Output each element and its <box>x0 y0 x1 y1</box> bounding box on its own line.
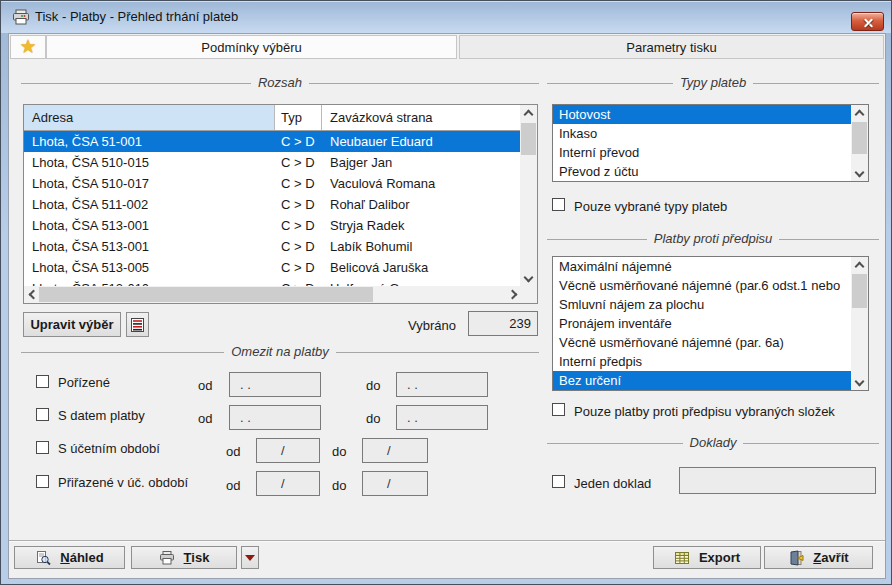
scroll-up-icon[interactable] <box>855 262 865 272</box>
scrollbar-thumb[interactable] <box>852 122 867 154</box>
list-item[interactable]: Smluvní nájem za plochu <box>553 295 851 314</box>
document-number-input[interactable] <box>679 467 876 494</box>
cell-adresa: Lhota, ČSA 511-002 <box>24 194 275 215</box>
period-to-input[interactable]: / <box>362 438 428 463</box>
checkbox-s-datem-platby[interactable] <box>36 408 49 421</box>
checkbox-label: Pouze platby proti předpisu vybraných sl… <box>574 404 835 419</box>
list-item[interactable]: Věcně usměrňované nájemné (par. 6a) <box>553 333 851 352</box>
horizontal-scrollbar[interactable] <box>24 286 522 303</box>
column-header-strana[interactable]: Zavázková strana <box>322 105 522 130</box>
checkbox-s-ucetnim-obdobi[interactable] <box>36 441 49 454</box>
tab-podminky-vyberu[interactable]: Podmínky výběru <box>46 35 457 59</box>
checkbox-label: Pouze vybrané typy plateb <box>574 199 727 214</box>
table-body: Lhota, ČSA 51-001 C > D Neubauer Eduard … <box>24 131 522 288</box>
table-row[interactable]: Lhota, ČSA 51-001 C > D Neubauer Eduard <box>24 131 522 152</box>
group-caption-doklady: Doklady <box>547 435 879 451</box>
do-label: do <box>332 478 346 493</box>
close-button[interactable] <box>851 12 884 31</box>
checkbox-porizene[interactable] <box>36 375 49 388</box>
scrollbar-thumb[interactable] <box>521 123 536 155</box>
cell-strana: Rohaľ Dalibor <box>322 194 522 215</box>
scroll-up-icon[interactable] <box>524 110 534 120</box>
print-button[interactable]: Tisk <box>131 546 237 569</box>
table-row[interactable]: Lhota, ČSA 513-001 C > D Labík Bohumil <box>24 236 522 257</box>
cell-strana: Bajger Jan <box>322 152 522 173</box>
date-from-input[interactable]: . . <box>229 405 321 430</box>
cell-typ: C > D <box>275 194 322 215</box>
scrollbar-thumb[interactable] <box>852 274 867 308</box>
vertical-scrollbar[interactable] <box>851 257 868 390</box>
table-row[interactable]: Lhota, ČSA 511-002 C > D Rohaľ Dalibor <box>24 194 522 215</box>
checkbox-only-selected-types[interactable] <box>552 198 565 211</box>
table-row[interactable]: Lhota, ČSA 510-017 C > D Vaculová Romana <box>24 173 522 194</box>
scroll-right-icon[interactable] <box>508 290 518 300</box>
cell-typ: C > D <box>275 257 322 278</box>
list-item[interactable]: Bez určení <box>553 371 851 390</box>
list-item[interactable]: Interní převod <box>553 143 851 162</box>
group-caption-omezit: Omezit na platby <box>21 344 539 360</box>
period-from-input[interactable]: / <box>256 438 320 463</box>
scrollbar-corner <box>520 286 537 303</box>
title-bar[interactable]: Tisk - Platby - Přehled trhání plateb <box>1 1 891 33</box>
od-label: od <box>226 444 240 459</box>
list-item[interactable]: Interní předpis <box>553 352 851 371</box>
period-from-input[interactable]: / <box>256 471 320 496</box>
cell-typ: C > D <box>275 152 322 173</box>
column-header-adresa[interactable]: Adresa <box>24 105 275 130</box>
door-exit-icon <box>788 550 804 566</box>
scrollbar-thumb[interactable] <box>39 287 373 302</box>
group-caption-rozsah: Rozsah <box>21 75 539 91</box>
payment-types-listbox: Hotovost Inkaso Interní převod Převod z … <box>552 104 869 182</box>
list-item[interactable]: Pronájem inventáře <box>553 314 851 333</box>
column-header-typ[interactable]: Typ <box>275 105 322 130</box>
checkbox-prirazene-v-obdobi[interactable] <box>36 475 49 488</box>
vertical-scrollbar[interactable] <box>520 105 537 288</box>
list-item[interactable]: Převod z účtu <box>553 162 851 181</box>
star-icon: ★ <box>19 37 36 57</box>
do-label: do <box>366 411 380 426</box>
tab-label: Podmínky výběru <box>201 40 301 55</box>
cell-strana: Neubauer Eduard <box>322 131 522 152</box>
table-row[interactable]: Lhota, ČSA 513-005 C > D Belicová Jarušk… <box>24 257 522 278</box>
printer-icon <box>11 9 31 25</box>
scroll-down-icon[interactable] <box>524 273 534 283</box>
close-dialog-button[interactable]: Zavřít <box>764 546 873 569</box>
scroll-down-icon[interactable] <box>855 377 865 387</box>
date-to-input[interactable]: . . <box>396 372 488 397</box>
cell-adresa: Lhota, ČSA 513-001 <box>24 215 275 236</box>
list-item[interactable]: Maximální nájemné <box>553 257 851 276</box>
list-detail-button[interactable] <box>126 312 149 337</box>
date-from-input[interactable]: . . <box>229 372 321 397</box>
favorite-star-cell[interactable]: ★ <box>10 35 46 59</box>
checkbox-jeden-doklad[interactable] <box>552 475 565 488</box>
date-to-input[interactable]: . . <box>396 405 488 430</box>
preview-button[interactable]: Náhled <box>14 546 125 569</box>
cell-typ: C > D <box>275 215 322 236</box>
cell-strana: Stryja Radek <box>322 215 522 236</box>
export-button[interactable]: Export <box>653 546 761 569</box>
export-label: Export <box>699 550 740 565</box>
cell-strana: Vaculová Romana <box>322 173 522 194</box>
print-options-dropdown-button[interactable] <box>241 546 259 569</box>
cell-typ: C > D <box>275 236 322 257</box>
group-caption-typy-plateb: Typy plateb <box>547 75 879 91</box>
scroll-left-icon[interactable] <box>29 290 39 300</box>
list-item[interactable]: Inkaso <box>553 124 851 143</box>
vertical-scrollbar[interactable] <box>851 105 868 181</box>
checkbox-label: S datem platby <box>58 408 145 423</box>
scroll-down-icon[interactable] <box>855 168 865 178</box>
edit-selection-button[interactable]: Upravit výběr <box>23 312 121 337</box>
cell-adresa: Lhota, ČSA 510-017 <box>24 173 275 194</box>
dialog-window: Tisk - Platby - Přehled trhání plateb ★ … <box>0 0 892 585</box>
table-row[interactable]: Lhota, ČSA 510-015 C > D Bajger Jan <box>24 152 522 173</box>
period-to-input[interactable]: / <box>362 471 428 496</box>
list-item[interactable]: Hotovost <box>553 105 851 124</box>
tab-parametry-tisku[interactable]: Parametry tisku <box>459 35 884 59</box>
scroll-up-icon[interactable] <box>855 110 865 120</box>
checkbox-only-prescription-payments[interactable] <box>552 403 565 416</box>
list-item[interactable]: Věcně usměrňované nájemné (par.6 odst.1 … <box>553 276 851 295</box>
preview-label: Náhled <box>60 550 103 565</box>
od-label: od <box>226 478 240 493</box>
footer-separator <box>9 540 885 542</box>
table-row[interactable]: Lhota, ČSA 513-001 C > D Stryja Radek <box>24 215 522 236</box>
